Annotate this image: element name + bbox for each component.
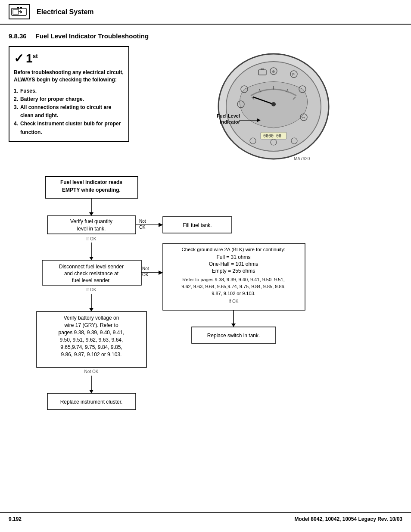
svg-rect-6 xyxy=(20,7,22,9)
cluster-diagram: Fuel Level Indicator xyxy=(210,50,330,166)
electrical-icon xyxy=(9,4,30,19)
checklist-item-3: 3. All connections relating to circuit a… xyxy=(14,103,124,120)
svg-text:Check ground wire 2A (BLK) wir: Check ground wire 2A (BLK) wire for cont… xyxy=(182,247,286,252)
svg-text:Fill fuel tank.: Fill fuel tank. xyxy=(183,222,212,228)
svg-text:Full = 31 ohms: Full = 31 ohms xyxy=(216,254,250,260)
right-panel: Fuel Level Indicator xyxy=(138,46,402,166)
header-title: Electrical System xyxy=(37,8,94,16)
svg-text:Not OK: Not OK xyxy=(84,369,99,374)
svg-text:9.65,9.74, 9.75, 9.84, 9.85,: 9.65,9.74, 9.75, 9.84, 9.85, xyxy=(60,344,122,350)
warning-header: ✓ 1st xyxy=(14,51,124,65)
svg-rect-5 xyxy=(17,7,19,9)
svg-point-17 xyxy=(271,102,276,106)
svg-rect-1 xyxy=(13,9,19,14)
page-wrapper: Electrical System 9.8.36 Fuel Level Indi… xyxy=(0,0,411,532)
svg-text:P: P xyxy=(292,72,295,77)
header: Electrical System xyxy=(0,0,411,25)
svg-marker-44 xyxy=(159,223,163,227)
svg-marker-70 xyxy=(231,324,236,327)
svg-text:Not: Not xyxy=(139,219,146,224)
svg-marker-39 xyxy=(89,212,93,216)
warning-box: ✓ 1st Before troubleshooting any electri… xyxy=(9,46,129,142)
svg-text:One-Half = 101 ohms: One-Half = 101 ohms xyxy=(209,261,258,267)
svg-text:Replace switch in tank.: Replace switch in tank. xyxy=(207,333,260,339)
svg-text:Not: Not xyxy=(142,266,149,271)
footer: 9.192 Model 8042, 10042, 10054 Legacy Re… xyxy=(0,512,411,526)
svg-rect-20 xyxy=(262,68,264,70)
svg-marker-8 xyxy=(257,118,261,122)
svg-text:0000 00: 0000 00 xyxy=(263,134,281,138)
section-heading: Fuel Level Indicator Troubleshooting xyxy=(36,32,149,40)
svg-text:⇔: ⇔ xyxy=(302,115,305,120)
instrument-cluster-svg: ⊕ P 0000 00 xyxy=(210,50,330,165)
section-number: 9.8.36 xyxy=(9,32,27,40)
svg-text:Fuel level indicator reads: Fuel level indicator reads xyxy=(60,179,122,185)
svg-marker-57 xyxy=(159,271,163,275)
svg-marker-51 xyxy=(89,257,93,260)
svg-text:Verify battery voltage on: Verify battery voltage on xyxy=(64,315,119,321)
svg-text:OK: OK xyxy=(142,272,149,277)
svg-text:9.62, 9.63, 9.64, 9.65,9.74, 9: 9.62, 9.63, 9.64, 9.65,9.74, 9.75, 9.84,… xyxy=(181,284,286,289)
svg-text:If OK: If OK xyxy=(87,287,97,292)
checklist-item-1: 1. Fuses. xyxy=(14,87,124,95)
svg-marker-75 xyxy=(89,308,93,311)
model-info: Model 8042, 10042, 10054 Legacy Rev. 10/… xyxy=(294,516,402,522)
ma-code-text: MA7620 xyxy=(294,156,310,161)
warning-text: Before troubleshooting any electrical ci… xyxy=(14,69,124,84)
svg-text:EMPTY while operating.: EMPTY while operating. xyxy=(62,187,121,193)
svg-text:fuel level sender.: fuel level sender. xyxy=(72,277,111,283)
svg-text:Empty = 255 ohms: Empty = 255 ohms xyxy=(212,268,255,274)
svg-text:level in tank.: level in tank. xyxy=(77,226,106,232)
svg-text:9.86, 9.87, 9.102 or 9.103.: 9.86, 9.87, 9.102 or 9.103. xyxy=(61,352,122,358)
section-title: 9.8.36 Fuel Level Indicator Troubleshoot… xyxy=(0,29,411,46)
svg-text:9.50, 9.51, 9.62, 9.63, 9.64,: 9.50, 9.51, 9.62, 9.63, 9.64, xyxy=(60,337,123,343)
svg-text:OK: OK xyxy=(139,225,146,230)
svg-text:⊕: ⊕ xyxy=(272,69,275,74)
svg-text:wire 17 (GRY). Refer to: wire 17 (GRY). Refer to xyxy=(64,322,118,328)
fuel-level-label: Fuel Level Indicator xyxy=(201,113,240,125)
left-panel: ✓ 1st Before troubleshooting any electri… xyxy=(9,46,129,166)
svg-text:If OK: If OK xyxy=(229,299,239,304)
svg-marker-85 xyxy=(89,390,93,393)
svg-text:If OK: If OK xyxy=(87,236,97,241)
svg-text:Replace instrument cluster.: Replace instrument cluster. xyxy=(60,399,123,405)
svg-rect-19 xyxy=(261,68,262,70)
checkmark-icon: ✓ xyxy=(14,51,24,65)
svg-text:Verify fuel quantity: Verify fuel quantity xyxy=(70,218,112,224)
checklist: 1. Fuses. 2. Battery for proper charge. … xyxy=(14,87,124,137)
flowchart-section: Fuel level indicator reads EMPTY while o… xyxy=(0,174,411,451)
svg-text:Refer to pages 9.38, 9.39, 9.4: Refer to pages 9.38, 9.39, 9.40, 9.41, 9… xyxy=(182,277,284,282)
checklist-item-2: 2. Battery for proper charge. xyxy=(14,95,124,103)
checklist-item-4: 4. Check instrument cluster bulb for pro… xyxy=(14,120,124,136)
fuel-arrow-line xyxy=(239,117,261,124)
svg-text:pages 9.38, 9.39, 9.40, 9.41,: pages 9.38, 9.39, 9.40, 9.41, xyxy=(59,330,125,336)
svg-text:Disconnect fuel level sender: Disconnect fuel level sender xyxy=(59,264,124,270)
svg-text:9.87, 9.102 or 9.103.: 9.87, 9.102 or 9.103. xyxy=(212,291,255,296)
page-number: 9.192 xyxy=(9,516,22,522)
main-content: ✓ 1st Before troubleshooting any electri… xyxy=(0,46,411,166)
first-label: 1st xyxy=(26,52,38,65)
flowchart-svg: Fuel level indicator reads EMPTY while o… xyxy=(13,174,396,450)
svg-text:and check resistance at: and check resistance at xyxy=(64,271,119,277)
